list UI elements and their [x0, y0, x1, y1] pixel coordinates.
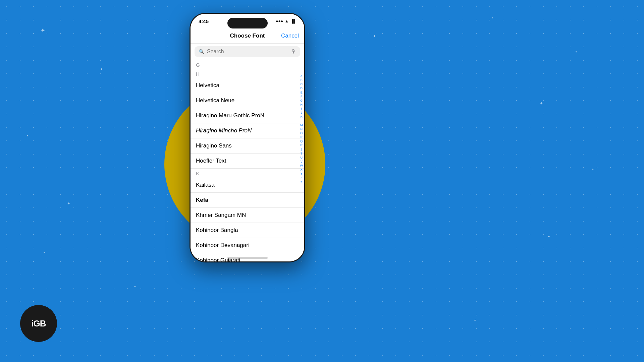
star-decoration: ●	[575, 50, 577, 53]
font-item-kailasa[interactable]: Kailasa	[191, 178, 304, 193]
star-decoration: ✦	[547, 235, 550, 238]
alpha-G[interactable]: G	[300, 99, 303, 103]
home-indicator	[227, 257, 268, 259]
search-bar-container: 🔍 🎙	[191, 44, 304, 60]
microphone-icon[interactable]: 🎙	[291, 49, 296, 55]
font-item-hiragino-maru[interactable]: Hiragino Maru Gothic ProN	[191, 108, 304, 123]
star-decoration: ●	[44, 251, 45, 253]
phone-content: Choose Font Cancel 🔍 🎙 G H Helvetica Hel…	[191, 28, 304, 261]
font-item-hoefler[interactable]: Hoefler Text	[191, 154, 304, 169]
search-bar[interactable]: 🔍 🎙	[195, 46, 300, 57]
font-item-kefa[interactable]: Kefa	[191, 193, 304, 208]
section-header-k: K	[191, 169, 304, 178]
font-item-hiragino-sans[interactable]: Hiragino Sans	[191, 138, 304, 154]
nav-title: Choose Font	[230, 33, 265, 39]
alpha-J[interactable]: J	[301, 111, 303, 115]
cancel-button[interactable]: Cancel	[281, 33, 299, 39]
alpha-S[interactable]: S	[301, 147, 303, 152]
section-header-g: G	[191, 60, 304, 69]
alpha-Q[interactable]: Q	[300, 139, 303, 143]
font-item-hiragino-mincho[interactable]: Hiragino Mincho ProN	[191, 123, 304, 138]
alpha-M[interactable]: M	[300, 123, 303, 127]
status-icons: ●●● ▲ ▐▌	[276, 19, 296, 23]
star-decoration: ●	[373, 34, 376, 38]
dynamic-island	[227, 18, 268, 28]
alpha-Y[interactable]: Y	[301, 172, 303, 176]
alpha-C[interactable]: C	[301, 82, 303, 86]
font-list[interactable]: G H Helvetica Helvetica Neue Hiragino Ma…	[191, 60, 304, 261]
alpha-A[interactable]: A	[301, 74, 303, 78]
search-input[interactable]	[207, 49, 288, 55]
alpha-P[interactable]: P	[301, 135, 303, 139]
alpha-D[interactable]: D	[301, 86, 303, 90]
search-icon: 🔍	[199, 49, 204, 54]
alpha-U[interactable]: U	[301, 156, 303, 160]
phone-screen: 4:45 ●●● ▲ ▐▌ Choose Font Cancel 🔍 🎙	[191, 14, 304, 261]
alpha-R[interactable]: R	[301, 143, 303, 147]
star-decoration: ✦	[474, 318, 476, 322]
alpha-hash[interactable]: #	[301, 180, 302, 184]
star-decoration: ●	[101, 67, 103, 71]
section-header-h: H	[191, 69, 304, 78]
status-time: 4:45	[199, 18, 209, 24]
alpha-V[interactable]: V	[301, 160, 303, 164]
alpha-L[interactable]: L	[301, 119, 302, 123]
star-decoration: ✦	[40, 27, 45, 34]
wifi-icon: ▲	[285, 19, 289, 23]
star-decoration: ✦	[539, 101, 543, 106]
alpha-K[interactable]: K	[301, 115, 303, 119]
alpha-H[interactable]: H	[301, 103, 303, 107]
igb-logo-text: iGB	[31, 318, 46, 329]
alpha-X[interactable]: X	[301, 168, 303, 172]
alpha-N[interactable]: N	[301, 127, 303, 131]
alpha-E[interactable]: E	[301, 90, 303, 95]
font-item-kohinoor-bangla[interactable]: Kohinoor Bangla	[191, 223, 304, 238]
alphabet-index[interactable]: A B C D E F G H I J K L M N O P Q R S T …	[300, 74, 303, 184]
alpha-I[interactable]: I	[301, 107, 302, 111]
star-decoration: ✦	[67, 201, 70, 206]
font-item-helvetica-neue[interactable]: Helvetica Neue	[191, 93, 304, 108]
star-decoration: ●	[134, 285, 136, 288]
battery-icon: ▐▌	[290, 19, 296, 23]
signal-icon: ●●●	[276, 19, 283, 23]
igb-logo: iGB	[20, 305, 57, 342]
font-item-helvetica[interactable]: Helvetica	[191, 78, 304, 93]
alpha-T[interactable]: T	[301, 152, 303, 156]
star-decoration: ●	[27, 134, 29, 137]
alpha-O[interactable]: O	[300, 131, 303, 135]
alpha-Z[interactable]: Z	[301, 176, 303, 180]
alpha-W[interactable]: W	[300, 164, 303, 168]
star-decoration: ●	[592, 168, 594, 171]
phone-frame: 4:45 ●●● ▲ ▐▌ Choose Font Cancel 🔍 🎙	[190, 13, 305, 262]
nav-bar: Choose Font Cancel	[191, 28, 304, 44]
star-decoration: ●	[492, 17, 493, 19]
font-item-kohinoor-devanagari[interactable]: Kohinoor Devanagari	[191, 238, 304, 253]
alpha-F[interactable]: F	[301, 95, 303, 99]
font-item-khmer[interactable]: Khmer Sangam MN	[191, 208, 304, 223]
alpha-B[interactable]: B	[301, 78, 303, 82]
